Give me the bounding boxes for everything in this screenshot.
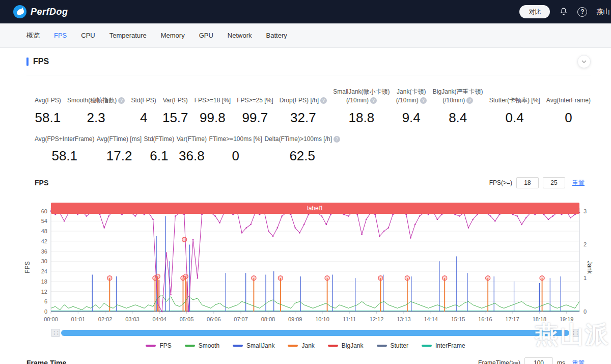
stat-help-icon[interactable]: ? bbox=[420, 97, 427, 104]
frame-time-threshold-input[interactable] bbox=[524, 357, 553, 364]
fps-line-chart[interactable]: 06121824303642485460012300:0001:0102:020… bbox=[26, 203, 589, 328]
fps-chart-header: FPS FPS(>=) 重置 bbox=[35, 177, 585, 188]
svg-text:0: 0 bbox=[44, 309, 47, 315]
stat-value: 6.1 bbox=[144, 148, 175, 164]
stat-value: 15.7 bbox=[162, 110, 188, 126]
stat-value: 99.8 bbox=[195, 110, 231, 126]
frame-time-reset-link[interactable]: 重置 bbox=[572, 359, 585, 364]
legend-item-stutter[interactable]: Stutter bbox=[377, 342, 408, 349]
legend-item-jank[interactable]: Jank bbox=[288, 342, 314, 349]
stat-help-icon[interactable]: ? bbox=[370, 97, 377, 104]
stat-label: Smooth(稳帧指数)? bbox=[67, 96, 125, 105]
svg-text:19:19: 19:19 bbox=[560, 316, 574, 322]
stat-label: FPS>=25 [%] bbox=[237, 96, 273, 105]
chart-annotation-banner: label1 bbox=[51, 203, 579, 214]
stat-help-icon[interactable]: ? bbox=[118, 97, 125, 104]
stat-r1-7: SmallJank(微小卡顿)(/10min)?18.8 bbox=[333, 88, 390, 126]
fps-reset-link[interactable]: 重置 bbox=[572, 179, 585, 187]
svg-text:1: 1 bbox=[584, 275, 587, 281]
legend-swatch bbox=[146, 345, 156, 347]
stat-r2-4: FTime>=100ms [%]0 bbox=[209, 135, 262, 164]
svg-text:6: 6 bbox=[44, 298, 47, 304]
stat-value: 62.5 bbox=[264, 148, 340, 164]
svg-text:3: 3 bbox=[584, 208, 587, 214]
legend-label: SmallJank bbox=[246, 342, 274, 349]
legend-item-bigjank[interactable]: BigJank bbox=[328, 342, 364, 349]
svg-text:05:05: 05:05 bbox=[180, 316, 194, 322]
stat-label: Stutter(卡顿率) [%] bbox=[489, 96, 540, 105]
stat-help-icon[interactable]: ? bbox=[334, 136, 340, 143]
svg-text:04:04: 04:04 bbox=[152, 316, 166, 322]
svg-text:08:08: 08:08 bbox=[261, 316, 275, 322]
legend-swatch bbox=[233, 345, 243, 347]
tab-cpu[interactable]: CPU bbox=[81, 32, 95, 39]
stat-r1-4: FPS>=18 [%]99.8 bbox=[195, 96, 231, 125]
svg-text:17:17: 17:17 bbox=[505, 316, 519, 322]
stat-r2-3: Var(FTime)36.8 bbox=[177, 135, 207, 164]
svg-text:09:09: 09:09 bbox=[288, 316, 302, 322]
legend-item-fps[interactable]: FPS bbox=[146, 342, 171, 349]
stat-label: Delta(FTime)>100ms [/h]? bbox=[264, 135, 340, 144]
fps-chart-title: FPS bbox=[35, 179, 48, 187]
legend-swatch bbox=[328, 345, 338, 347]
notifications-bell-icon[interactable] bbox=[559, 7, 568, 16]
legend-label: Smooth bbox=[199, 342, 219, 349]
stat-label: Std(FTime) bbox=[144, 135, 175, 144]
compare-button[interactable]: 对比 bbox=[519, 5, 550, 18]
app-title: PerfDog bbox=[31, 7, 68, 17]
section-accent-bar bbox=[26, 58, 29, 66]
tab-memory[interactable]: Memory bbox=[161, 32, 185, 39]
scrollbar-left-handle[interactable]: ⋮⋮ bbox=[51, 329, 60, 337]
tab-overview[interactable]: 概览 bbox=[26, 31, 40, 40]
stat-value: 9.4 bbox=[396, 110, 427, 126]
fps-threshold1-input[interactable] bbox=[516, 177, 539, 188]
legend-item-smalljank[interactable]: SmallJank bbox=[233, 342, 274, 349]
legend-label: BigJank bbox=[342, 342, 364, 349]
tab-temperature[interactable]: Temperature bbox=[109, 32, 147, 39]
legend-item-interframe[interactable]: InterFrame bbox=[422, 342, 465, 349]
svg-text:07:07: 07:07 bbox=[234, 316, 248, 322]
stat-label: SmallJank(微小卡顿)(/10min)? bbox=[333, 88, 390, 105]
frame-time-title: Frame Time bbox=[26, 359, 66, 364]
frame-time-unit: ms bbox=[557, 359, 565, 364]
fps-threshold2-input[interactable] bbox=[543, 177, 565, 188]
stat-label: Avg(FPS) bbox=[35, 96, 61, 105]
stat-label: Drop(FPS) [/h]? bbox=[280, 96, 327, 105]
help-icon[interactable]: ? bbox=[577, 7, 587, 17]
svg-text:18:18: 18:18 bbox=[533, 316, 547, 322]
stat-r2-5: Delta(FTime)>100ms [/h]?62.5 bbox=[264, 135, 340, 164]
legend-item-smooth[interactable]: Smooth bbox=[185, 342, 219, 349]
scrollbar-right-handle[interactable]: ⋮⋮ bbox=[570, 329, 579, 337]
chart-h-scrollbar: ⋮⋮ ⋮⋮ bbox=[51, 329, 579, 337]
svg-text:18: 18 bbox=[41, 278, 47, 285]
stat-help-icon[interactable]: ? bbox=[320, 97, 327, 104]
perfdog-app: PerfDog 对比 ? 燕山 派 概览FPSCPUTemperatureMem… bbox=[0, 0, 611, 364]
svg-text:36: 36 bbox=[41, 248, 47, 255]
stat-r1-8: Jank(卡顿)(/10min)?9.4 bbox=[396, 88, 427, 126]
tab-battery[interactable]: Battery bbox=[266, 32, 287, 39]
svg-text:13:13: 13:13 bbox=[397, 316, 411, 322]
svg-text:60: 60 bbox=[41, 208, 47, 214]
collapse-section-button[interactable] bbox=[577, 55, 591, 68]
stat-r1-9: BigJank(严重卡顿)(/10min)?8.4 bbox=[433, 88, 483, 126]
tab-fps[interactable]: FPS bbox=[54, 32, 67, 39]
y-axis-title-right: Jank bbox=[586, 261, 593, 273]
stat-label: FTime>=100ms [%] bbox=[209, 135, 262, 144]
frame-time-controls: FrameTime(>=) ms 重置 bbox=[478, 357, 585, 364]
stat-r1-3: Var(FPS)15.7 bbox=[162, 96, 188, 125]
svg-text:48: 48 bbox=[41, 228, 47, 234]
y-axis-title-left: FPS bbox=[24, 262, 31, 273]
frame-time-header: Frame Time FrameTime(>=) ms 重置 bbox=[26, 357, 585, 364]
tab-bar: 概览FPSCPUTemperatureMemoryGPUNetworkBatte… bbox=[0, 23, 611, 48]
svg-text:54: 54 bbox=[41, 218, 47, 224]
tab-network[interactable]: Network bbox=[228, 32, 252, 39]
stat-label: Jank(卡顿)(/10min)? bbox=[396, 88, 427, 105]
scrollbar-track[interactable] bbox=[61, 330, 569, 336]
svg-text:30: 30 bbox=[41, 258, 47, 264]
stat-help-icon[interactable]: ? bbox=[466, 97, 473, 104]
username[interactable]: 燕山 派 bbox=[596, 7, 611, 16]
tab-gpu[interactable]: GPU bbox=[199, 32, 213, 39]
svg-text:06:06: 06:06 bbox=[207, 316, 221, 322]
stat-r1-10: Stutter(卡顿率) [%]0.4 bbox=[489, 96, 540, 125]
svg-text:2: 2 bbox=[584, 242, 587, 248]
